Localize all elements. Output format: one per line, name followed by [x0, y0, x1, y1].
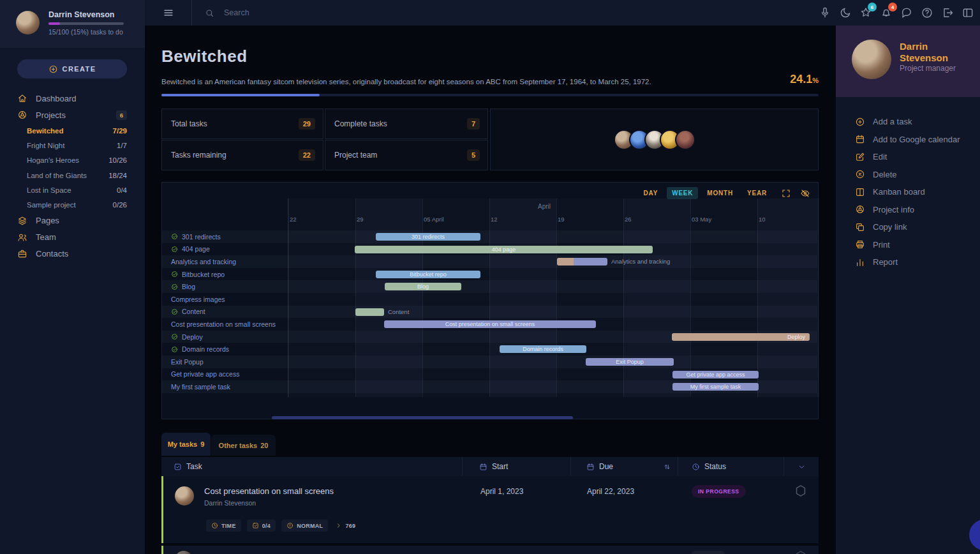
project-action-item[interactable]: Add a task	[855, 116, 980, 127]
gantt-bar[interactable]: Bitbucket repo	[376, 271, 480, 278]
sidebar-nav-item[interactable]: Team	[0, 229, 145, 246]
gantt-task-link[interactable]: Bitbucket repo	[162, 271, 288, 278]
gantt-track: Domain records	[288, 343, 817, 356]
project-label: Sample project	[27, 201, 76, 209]
gantt-bar[interactable]: My first sample task	[672, 383, 759, 391]
nav-item-label: Dashboard	[36, 94, 77, 103]
project-action-item[interactable]: Copy link	[855, 221, 980, 232]
project-action-item[interactable]: Edit	[855, 151, 980, 162]
gantt-task-link[interactable]: Blog	[162, 283, 288, 290]
gantt-view-tab[interactable]: DAY	[639, 187, 664, 199]
action-label: Project info	[873, 205, 914, 214]
logout-icon[interactable]	[941, 6, 954, 19]
sidebar-nav-item[interactable]: Contacts	[0, 246, 145, 262]
gantt-task-link[interactable]: Analytics and tracking	[162, 258, 288, 266]
fullscreen-icon[interactable]	[781, 188, 791, 198]
gantt-bar[interactable]: Cost presentation on small screens	[384, 320, 596, 328]
gantt-bar-label: 301 redirects	[376, 233, 480, 241]
voice-icon[interactable]	[819, 6, 831, 19]
task-start-date: April 1, 2023	[480, 487, 523, 496]
sidebar-project-item[interactable]: Lost in Space 0/4	[0, 183, 145, 197]
column-header-task[interactable]: Task	[161, 457, 463, 476]
gantt-task-label: Analytics and tracking	[171, 258, 236, 266]
gantt-bar[interactable]: 301 redirects	[376, 233, 480, 241]
project-action-item[interactable]: Kanban board	[855, 186, 980, 197]
gantt-bar[interactable]: Domain records	[500, 345, 586, 353]
status-badge[interactable]: IN PROGRESS	[692, 485, 746, 498]
gantt-bar[interactable]: Exit Popup	[586, 358, 674, 366]
gantt-task-label: Content	[182, 308, 205, 315]
chip-icon	[252, 522, 259, 529]
gantt-bar[interactable]	[355, 308, 384, 316]
task-row[interactable]: Cost presentation on small screens Darri…	[161, 476, 819, 543]
gantt-task-link[interactable]: Content	[162, 308, 288, 315]
favorites-icon[interactable]: 6	[859, 6, 872, 19]
project-action-item[interactable]: Project info	[855, 204, 980, 215]
avatar[interactable]	[852, 40, 891, 79]
task-row-partial[interactable]	[161, 546, 819, 554]
sidebar-project-item[interactable]: Land of the Giants 18/24	[0, 168, 145, 183]
tab-my-tasks[interactable]: My tasks 9	[161, 433, 211, 456]
messages-icon[interactable]	[900, 6, 913, 19]
gantt-bar[interactable]: Get private app access	[672, 371, 759, 378]
column-header-due[interactable]: Due	[571, 457, 678, 476]
sidebar-nav-item[interactable]: Projects 6	[0, 107, 145, 123]
search-input[interactable]	[223, 8, 417, 18]
eye-off-icon[interactable]	[800, 188, 810, 198]
tab-other-tasks[interactable]: Other tasks 20	[211, 435, 276, 456]
gantt-task-link[interactable]: 301 redirects	[162, 233, 288, 241]
column-header-start[interactable]: Start	[463, 457, 571, 476]
task-title[interactable]: Cost presentation on small screens	[204, 486, 334, 496]
project-action-item[interactable]: Report	[855, 257, 980, 267]
sidebar-nav-item[interactable]: Dashboard	[0, 90, 145, 107]
gantt-bar[interactable]: Blog	[385, 283, 461, 290]
action-icon	[855, 204, 865, 214]
gantt-view-tab[interactable]: WEEK	[667, 187, 698, 199]
gantt-task-link[interactable]: Exit Popup	[162, 358, 288, 366]
sidebar-nav-item[interactable]: Pages	[0, 213, 145, 229]
sidebar-project-item[interactable]: Bewitched 7/29	[0, 123, 145, 138]
gantt-view-switcher: DAY WEEK MONTH YEAR	[639, 187, 810, 199]
gantt-task-link[interactable]: 404 page	[162, 245, 288, 253]
gantt-view-tab[interactable]: MONTH	[702, 187, 738, 199]
action-icon	[855, 134, 865, 144]
sort-icon[interactable]	[663, 463, 671, 471]
gantt-tick-label: 05 April	[424, 216, 444, 223]
gantt-task-link[interactable]: Deploy	[162, 333, 288, 341]
sidebar-project-item[interactable]: Fright Night 1/7	[0, 138, 145, 153]
gantt-bar[interactable]	[557, 258, 607, 266]
project-action-item[interactable]: Print	[855, 239, 980, 250]
avatar[interactable]	[16, 11, 40, 34]
hexagon-status-icon[interactable]	[794, 484, 808, 498]
gantt-bar-label: Deploy	[672, 333, 810, 341]
check-circle-icon	[171, 346, 178, 353]
gantt-horizontal-scrollbar[interactable]	[272, 416, 573, 419]
avatar[interactable]	[175, 486, 194, 505]
gantt-bar[interactable]: Deploy	[672, 333, 810, 341]
notification-badge: 6	[868, 3, 877, 11]
stat-card-total-tasks: Total tasks 29	[161, 109, 323, 139]
create-button[interactable]: CREATE	[17, 59, 127, 79]
gantt-task-link[interactable]: Compress images	[162, 296, 288, 303]
sidebar-project-item[interactable]: Hogan's Heroes 10/26	[0, 153, 145, 168]
dark-mode-icon[interactable]	[839, 6, 852, 19]
gantt-row: Deploy Deploy	[162, 331, 817, 343]
avatar[interactable]	[675, 130, 695, 150]
help-icon[interactable]	[921, 6, 933, 19]
gantt-bar[interactable]: 404 page	[355, 246, 653, 253]
gantt-chart: April 22 29 05 April 12 19 26 03 May 10	[162, 198, 818, 419]
gantt-task-link[interactable]: My first sample task	[162, 383, 288, 391]
notifications-icon[interactable]: 4	[880, 6, 893, 19]
project-action-item[interactable]: Add to Google calendar	[855, 134, 980, 145]
sidebar-project-item[interactable]: Sample project 0/26	[0, 197, 145, 212]
gantt-view-tab[interactable]: YEAR	[742, 187, 772, 199]
column-header-more[interactable]	[784, 457, 819, 476]
project-action-item[interactable]: Delete	[855, 169, 980, 180]
menu-icon[interactable]	[145, 0, 192, 26]
layout-toggle-icon[interactable]	[961, 6, 974, 19]
gantt-task-link[interactable]: Cost presentation on small screens	[162, 320, 288, 328]
nav-item-label: Projects	[36, 110, 66, 120]
column-header-status[interactable]: Status	[678, 457, 784, 476]
gantt-task-link[interactable]: Domain records	[162, 345, 288, 353]
gantt-task-link[interactable]: Get private app access	[162, 370, 288, 378]
